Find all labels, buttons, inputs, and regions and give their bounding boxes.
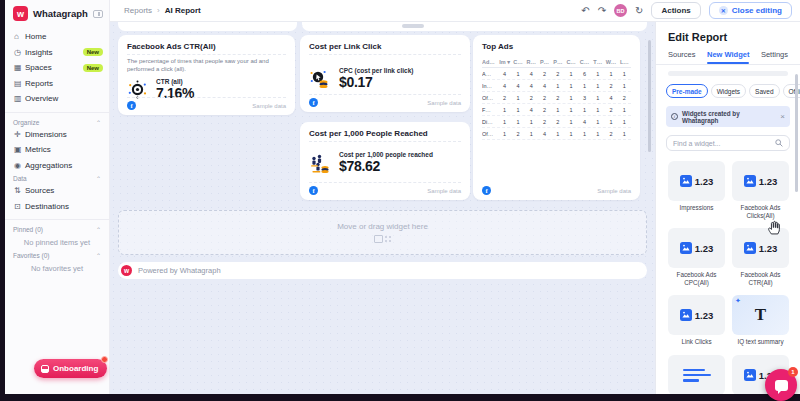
table-cell: 1 bbox=[578, 83, 591, 89]
column-header[interactable]: Ad… bbox=[482, 59, 498, 65]
widget-facebook-ads-ctr[interactable]: Facebook Ads CTR(All) The percentage of … bbox=[118, 35, 295, 115]
column-header[interactable]: R… bbox=[525, 59, 538, 65]
section-header-data[interactable]: Data⌃ bbox=[5, 173, 109, 183]
sidebar-item-reports[interactable]: ▤Reports bbox=[5, 76, 109, 92]
widget-card-facebook-ads-cpc-all-[interactable]: 1.23Facebook Ads CPC(All) bbox=[668, 228, 725, 286]
widget-top-ads[interactable]: Top Ads Ad…Im ▾C…R…P…P…C…C…T…W…L…A…41422… bbox=[473, 35, 640, 200]
widget-card-link-clicks[interactable]: Link Clicks bbox=[668, 355, 725, 394]
table-cell: A… bbox=[482, 71, 498, 77]
filter-pill-pre-made[interactable]: Pre-made bbox=[666, 84, 708, 98]
breadcrumb-separator: › bbox=[157, 6, 160, 15]
sidebar-item-destinations[interactable]: ⊡Destinations bbox=[5, 199, 109, 215]
column-header[interactable]: C… bbox=[578, 59, 591, 65]
sidebar-item-insights[interactable]: ◷InsightsNew bbox=[5, 45, 109, 61]
table-cell: 2 bbox=[604, 131, 617, 137]
banner-close-icon[interactable]: × bbox=[780, 113, 785, 121]
avatar[interactable]: BD bbox=[614, 4, 627, 17]
favorites-section-header[interactable]: Favorites (0) ⌃ bbox=[5, 250, 109, 260]
dropzone-text: Move or drag widget here bbox=[337, 222, 428, 231]
sidebar-item-aggregations[interactable]: ◉Aggregations bbox=[5, 158, 109, 174]
table-cell: 1 bbox=[551, 131, 564, 137]
tab-settings[interactable]: Settings bbox=[761, 50, 788, 64]
widget-card-label: Facebook Ads CTR(All) bbox=[732, 271, 789, 286]
partial-widget-above bbox=[118, 22, 297, 31]
filter-pill-saved[interactable]: Saved bbox=[749, 84, 779, 98]
sidebar-item-label: Aggregations bbox=[25, 161, 103, 170]
breadcrumb-reports-link[interactable]: Reports bbox=[124, 6, 152, 15]
widget-cost-per-1000-reached[interactable]: Cost per 1,000 People Reached Cost per 1… bbox=[300, 122, 470, 200]
section-header-organize[interactable]: Organize⌃ bbox=[5, 117, 109, 127]
table-cell: 2 bbox=[538, 95, 551, 101]
table-cell: 1 bbox=[591, 83, 604, 89]
chat-button[interactable]: 1 bbox=[765, 369, 797, 401]
close-editing-label: Close editing bbox=[732, 6, 782, 15]
tab-new-widget[interactable]: New Widget bbox=[707, 50, 749, 64]
topbar: Reports › AI Report ↶ ↷ BD ↻ Actions ✕ C… bbox=[110, 0, 800, 22]
table-cell: 4 bbox=[511, 83, 524, 89]
widget-dropzone[interactable]: Move or drag widget here bbox=[118, 210, 647, 255]
sidebar-item-label: Dimensions bbox=[25, 130, 103, 139]
table-cell: 1 bbox=[564, 131, 577, 137]
preview-value: 1.23 bbox=[759, 243, 778, 254]
table-row[interactable]: A…4142216111 bbox=[482, 68, 631, 80]
sidebar-item-home[interactable]: ⌂Home bbox=[5, 29, 109, 45]
table-row[interactable]: In…4444111121 bbox=[482, 80, 631, 92]
widget-card-iq-text-summary[interactable]: ✦TIQ text summary bbox=[732, 295, 789, 346]
widget-title: Facebook Ads CTR(All) bbox=[127, 42, 286, 55]
widget-card-facebook-ads-ctr-all-[interactable]: 1.23Facebook Ads CTR(All) bbox=[732, 228, 789, 286]
sidebar-item-overview[interactable]: ▥Overview bbox=[5, 91, 109, 107]
canvas-scrollbar[interactable] bbox=[648, 40, 651, 152]
undo-icon[interactable]: ↶ bbox=[581, 6, 589, 16]
drag-handle[interactable] bbox=[402, 24, 424, 28]
column-header[interactable]: W… bbox=[604, 59, 617, 65]
sync-icon[interactable]: ↻ bbox=[635, 6, 643, 16]
table-cell: 1 bbox=[578, 131, 591, 137]
dimensions-icon: ✛ bbox=[14, 130, 25, 139]
actions-button[interactable]: Actions bbox=[651, 2, 700, 19]
column-header[interactable]: P… bbox=[538, 59, 551, 65]
column-header[interactable]: C… bbox=[564, 59, 577, 65]
column-header[interactable]: T… bbox=[591, 59, 604, 65]
table-cell: F… bbox=[482, 107, 498, 113]
main-nav: ⌂Home◷InsightsNew▦SpacesNew▤Reports▥Over… bbox=[5, 29, 109, 107]
redo-icon[interactable]: ↷ bbox=[598, 6, 606, 16]
table-row[interactable]: F…1142111121 bbox=[482, 104, 631, 116]
sample-data-label: Sample data bbox=[427, 188, 461, 194]
widget-cost-per-link-click[interactable]: Cost per Link Click CPC (cost per link c… bbox=[300, 35, 470, 112]
table-cell: Of… bbox=[482, 95, 498, 101]
sidebar-item-dimensions[interactable]: ✛Dimensions bbox=[5, 127, 109, 143]
table-cell: 1 bbox=[564, 83, 577, 89]
table-cell: 4 bbox=[578, 119, 591, 125]
sidebar-item-spaces[interactable]: ▦SpacesNew bbox=[5, 60, 109, 76]
widget-card-facebook-ads-clicks-all-[interactable]: 1.23Facebook Ads Clicks(All) bbox=[732, 161, 789, 219]
sidebar-item-metrics[interactable]: ▣Metrics bbox=[5, 142, 109, 158]
whatagraph-logo-icon: w bbox=[13, 6, 28, 21]
column-header[interactable]: Im ▾ bbox=[498, 59, 511, 65]
table-row[interactable]: Of…1214111121 bbox=[482, 128, 631, 140]
column-header[interactable]: P… bbox=[551, 59, 564, 65]
topbar-actions: ↶ ↷ BD ↻ Actions ✕ Close editing bbox=[581, 2, 792, 19]
column-header[interactable]: L… bbox=[618, 59, 631, 65]
panel-scrollbar[interactable] bbox=[795, 74, 798, 192]
metric-label: Cost per 1,000 people reached bbox=[339, 151, 433, 158]
table-cell: 1 bbox=[564, 95, 577, 101]
panel-tabs: SourcesNew WidgetSettings bbox=[656, 50, 800, 65]
pinned-section-header[interactable]: Pinned (0) ⌃ bbox=[5, 224, 109, 234]
table-row[interactable]: Of…2122213142 bbox=[482, 92, 631, 104]
metric-label: CPC (cost per link click) bbox=[339, 67, 413, 74]
filter-pill-widgets[interactable]: Widgets bbox=[711, 84, 746, 98]
column-header[interactable]: C… bbox=[511, 59, 524, 65]
sidebar: w Whatagraph ⌂Home◷InsightsNew▦SpacesNew… bbox=[5, 0, 110, 394]
widget-search-input[interactable] bbox=[673, 140, 775, 147]
onboarding-button[interactable]: Onboarding bbox=[34, 359, 107, 378]
widget-card-link-clicks[interactable]: 1.23Link Clicks bbox=[668, 295, 725, 346]
tab-sources[interactable]: Sources bbox=[668, 50, 696, 64]
table-row[interactable]: Di…1112214111 bbox=[482, 116, 631, 128]
widget-card-label: IQ text summary bbox=[737, 338, 783, 346]
widget-card-impressions[interactable]: 1.23Impressions bbox=[668, 161, 725, 219]
destinations-icon: ⊡ bbox=[14, 202, 25, 211]
sidebar-collapse-icon[interactable] bbox=[93, 10, 103, 18]
close-editing-button[interactable]: ✕ Close editing bbox=[709, 2, 792, 19]
overview-icon: ▥ bbox=[14, 94, 25, 103]
sidebar-item-sources[interactable]: ⇅Sources bbox=[5, 183, 109, 199]
